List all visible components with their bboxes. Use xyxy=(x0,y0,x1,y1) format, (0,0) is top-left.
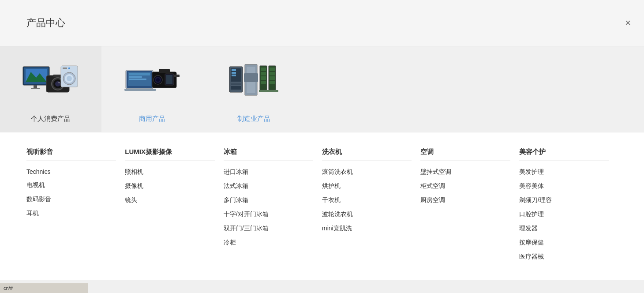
sub-link-2-1[interactable]: 法式冰箱 xyxy=(224,182,313,190)
svg-rect-16 xyxy=(63,68,67,69)
svg-rect-54 xyxy=(268,90,278,92)
top-bar: 产品中心 × xyxy=(0,0,644,46)
sub-link-5-5[interactable]: 按摩保健 xyxy=(519,239,609,247)
sub-link-2-5[interactable]: 冷柜 xyxy=(224,239,313,247)
svg-rect-17 xyxy=(68,68,70,69)
consumer-svg xyxy=(22,58,79,106)
consumer-icon xyxy=(22,56,79,109)
sub-col-title-2: 冰箱 xyxy=(224,148,313,161)
svg-rect-23 xyxy=(129,79,146,80)
sub-link-2-3[interactable]: 十字/对开门冰箱 xyxy=(224,210,313,218)
sub-link-4-2[interactable]: 厨房空调 xyxy=(420,196,510,204)
page-title: 产品中心 xyxy=(26,16,65,30)
svg-rect-11 xyxy=(53,75,62,77)
svg-rect-5 xyxy=(31,88,40,89)
sub-link-3-4[interactable]: mini宠肌洗 xyxy=(322,225,412,233)
sub-link-3-1[interactable]: 烘护机 xyxy=(322,182,412,190)
sub-link-2-4[interactable]: 双开门/三门冰箱 xyxy=(224,225,313,233)
sub-col-title-3: 洗衣机 xyxy=(322,148,412,161)
sub-link-5-2[interactable]: 剃须刀/理容 xyxy=(519,196,609,204)
svg-rect-24 xyxy=(124,89,156,91)
tab-consumer-label: 个人消费产品 xyxy=(31,115,71,123)
sub-link-5-3[interactable]: 口腔护理 xyxy=(519,210,609,218)
sub-col-title-4: 空调 xyxy=(420,148,510,161)
status-url: cn/# xyxy=(4,285,13,291)
svg-rect-27 xyxy=(174,75,180,77)
sub-col-1: LUMIX摄影摄像照相机摄像机镜头 xyxy=(125,148,223,267)
svg-rect-51 xyxy=(270,72,275,75)
tab-industrial[interactable]: 制造业产品 xyxy=(203,46,304,132)
sub-link-3-3[interactable]: 波轮洗衣机 xyxy=(322,210,412,218)
sub-link-4-0[interactable]: 壁挂式空调 xyxy=(420,168,510,176)
svg-rect-42 xyxy=(244,73,258,82)
svg-rect-26 xyxy=(159,69,170,73)
svg-rect-32 xyxy=(166,75,172,84)
svg-rect-46 xyxy=(261,76,266,80)
sub-link-1-2[interactable]: 镜头 xyxy=(125,196,214,204)
sub-link-3-2[interactable]: 干衣机 xyxy=(322,196,412,204)
subcategory-grid: 视听影音Technics电视机数码影音耳机LUMIX摄影摄像照相机摄像机镜头冰箱… xyxy=(26,148,618,267)
svg-rect-38 xyxy=(231,83,241,85)
sub-link-1-0[interactable]: 照相机 xyxy=(125,168,214,176)
tab-commercial-label: 商用产品 xyxy=(139,115,165,123)
svg-rect-45 xyxy=(261,72,266,75)
industrial-svg xyxy=(227,58,280,106)
sub-col-4: 空调壁挂式空调柜式空调厨房空调 xyxy=(420,148,519,267)
sub-link-5-0[interactable]: 美发护理 xyxy=(519,168,609,176)
sub-col-title-5: 美容个护 xyxy=(519,148,609,161)
tab-consumer[interactable]: 个人消费产品 xyxy=(0,46,101,132)
svg-rect-53 xyxy=(270,81,275,84)
tab-industrial-label: 制造业产品 xyxy=(237,115,270,123)
svg-rect-52 xyxy=(270,76,275,80)
sub-link-5-1[interactable]: 美容美体 xyxy=(519,182,609,190)
sub-link-5-4[interactable]: 理发器 xyxy=(519,225,609,233)
svg-rect-21 xyxy=(129,73,150,75)
svg-rect-4 xyxy=(34,85,37,88)
sub-link-0-2[interactable]: 数码影音 xyxy=(26,195,116,203)
sub-link-5-6[interactable]: 医疗器械 xyxy=(519,253,609,261)
status-bar: cn/# xyxy=(0,283,88,293)
sub-col-2: 冰箱进口冰箱法式冰箱多门冰箱十字/对开门冰箱双开门/三门冰箱冷柜 xyxy=(224,148,322,267)
sub-link-2-2[interactable]: 多门冰箱 xyxy=(224,196,313,204)
sub-col-3: 洗衣机滚筒洗衣机烘护机干衣机波轮洗衣机mini宠肌洗 xyxy=(322,148,420,267)
svg-point-30 xyxy=(156,78,160,82)
tab-commercial[interactable]: 商用产品 xyxy=(101,46,203,132)
industrial-icon xyxy=(225,56,282,109)
sub-link-0-1[interactable]: 电视机 xyxy=(26,181,116,189)
close-button[interactable]: × xyxy=(625,18,631,28)
sub-link-0-3[interactable]: 耳机 xyxy=(26,210,116,218)
sub-link-4-1[interactable]: 柜式空调 xyxy=(420,182,510,190)
svg-rect-44 xyxy=(261,68,266,71)
commercial-svg xyxy=(124,58,181,106)
sub-link-1-1[interactable]: 摄像机 xyxy=(125,182,214,190)
svg-rect-39 xyxy=(231,86,241,90)
sub-col-title-0: 视听影音 xyxy=(26,148,116,161)
svg-rect-47 xyxy=(261,81,266,84)
sub-col-title-1: LUMIX摄影摄像 xyxy=(125,148,214,161)
sub-col-5: 美容个护美发护理美容美体剃须刀/理容口腔护理理发器按摩保健医疗器械 xyxy=(519,148,618,267)
subcategory-area: 视听影音Technics电视机数码影音耳机LUMIX摄影摄像照相机摄像机镜头冰箱… xyxy=(0,132,644,280)
svg-rect-22 xyxy=(129,76,142,78)
sub-link-3-0[interactable]: 滚筒洗衣机 xyxy=(322,168,412,176)
svg-point-10 xyxy=(58,82,60,83)
svg-point-15 xyxy=(67,76,72,81)
commercial-icon xyxy=(124,56,181,109)
svg-rect-37 xyxy=(232,75,236,76)
svg-rect-35 xyxy=(232,69,236,71)
category-tabs: 个人消费产品 xyxy=(0,46,644,132)
sub-link-0-0[interactable]: Technics xyxy=(26,168,116,175)
sub-col-0: 视听影音Technics电视机数码影音耳机 xyxy=(26,148,125,267)
svg-rect-50 xyxy=(270,68,275,71)
sub-link-2-0[interactable]: 进口冰箱 xyxy=(224,168,313,176)
svg-rect-36 xyxy=(232,72,236,74)
